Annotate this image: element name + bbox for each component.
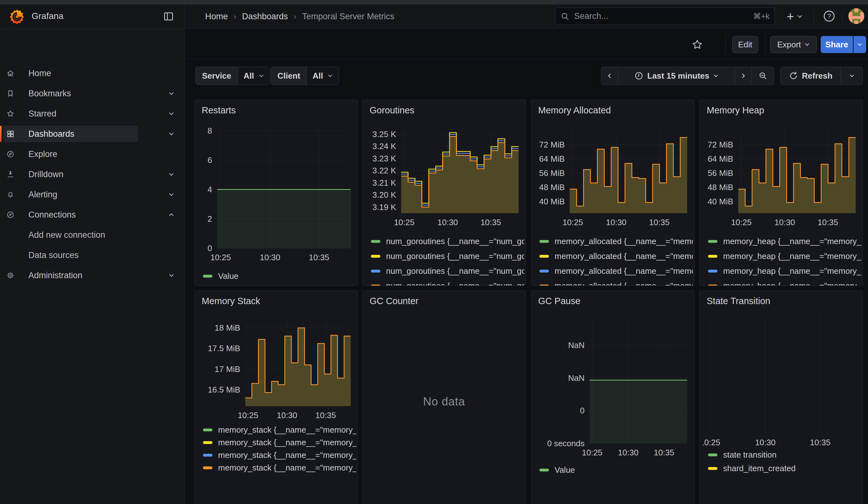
legend-swatch — [203, 454, 213, 457]
sidebar-item-dashboards[interactable]: Dashboards — [3, 126, 138, 142]
sidebar-item-drilldown[interactable]: Drilldown — [3, 166, 138, 183]
panel-memory-allocated[interactable]: Memory Allocated 40 MiB48 MiB56 MiB64 Mi… — [531, 100, 694, 286]
chevron-left-icon — [606, 73, 613, 79]
share-options-button[interactable] — [854, 36, 866, 53]
legend-item[interactable]: num_goroutines {__name__="num_go — [371, 249, 524, 264]
panel-title[interactable]: State Transition — [707, 296, 771, 306]
goroutines-chart[interactable]: 3.19 K3.20 K3.21 K3.22 K3.23 K3.24 K3.25… — [366, 121, 523, 228]
gc-pause-legend: Value — [539, 463, 693, 477]
svg-text:10:35: 10:35 — [649, 218, 670, 227]
grafana-logo-icon[interactable] — [9, 9, 25, 25]
panel-gc-counter[interactable]: GC Counter No data — [362, 290, 526, 504]
sidebar-item-connections[interactable]: Connections — [3, 207, 138, 223]
user-avatar[interactable] — [848, 8, 864, 24]
legend-label: memory_heap {__name__="memory_h — [723, 266, 861, 276]
legend-swatch — [708, 270, 717, 272]
legend-item[interactable]: memory_heap {__name__="memory_h — [708, 249, 861, 264]
svg-text:64 MiB: 64 MiB — [707, 154, 733, 164]
sidebar-navigation: Home Bookmarks Starred Dashboards — [0, 28, 185, 504]
legend-item[interactable]: num_goroutines {__name__="num_go — [371, 264, 524, 278]
breadcrumb-home[interactable]: Home — [205, 12, 228, 21]
time-range-picker[interactable]: Last 15 minutes — [618, 66, 735, 85]
sidebar-item-bookmarks[interactable]: Bookmarks — [3, 85, 138, 102]
panel-memory-stack[interactable]: Memory Stack 16.5 MiB17 MiB17.5 MiB18 Mi… — [194, 290, 358, 504]
legend-swatch — [203, 429, 213, 431]
share-button[interactable]: Share — [821, 36, 853, 53]
sidebar-item-data-sources[interactable]: Data sources — [3, 247, 138, 263]
state-transition-chart[interactable]: 10:2510:3010:35 — [703, 312, 859, 460]
memory-heap-chart[interactable]: 40 MiB48 MiB56 MiB64 MiB72 MiB10:2510:30… — [703, 121, 859, 228]
legend-item[interactable]: memory_allocated {__name__="memc — [539, 278, 693, 286]
legend-item[interactable]: Value — [539, 463, 693, 477]
edit-button[interactable]: Edit — [732, 36, 758, 53]
chevron-down-icon[interactable] — [168, 272, 175, 278]
chevron-down-icon[interactable] — [168, 111, 175, 117]
legend-item[interactable]: memory_heap {__name__="memory_h — [708, 264, 861, 278]
legend-label: memory_allocated {__name__="memc — [555, 281, 693, 286]
panel-memory-heap[interactable]: Memory Heap 40 MiB48 MiB56 MiB64 MiB72 M… — [700, 100, 863, 286]
legend-label: Value — [555, 465, 575, 475]
panel-goroutines[interactable]: Goroutines 3.19 K3.20 K3.21 K3.22 K3.23 … — [362, 100, 526, 286]
chevron-down-icon[interactable] — [168, 171, 175, 177]
legend-item[interactable]: memory_allocated {__name__="memc — [539, 249, 693, 264]
legend-item[interactable]: state transition — [708, 448, 861, 462]
time-range-forward-button[interactable] — [735, 66, 752, 85]
panel-title[interactable]: Memory Stack — [202, 296, 260, 306]
legend-item[interactable]: memory_stack {__name__="memory_s — [203, 449, 356, 461]
legend-item[interactable]: memory_allocated {__name__="memc — [539, 234, 693, 249]
sidebar-item-starred[interactable]: Starred — [3, 105, 138, 122]
breadcrumb-current: Temporal Server Metrics — [302, 12, 394, 21]
svg-text:10:30: 10:30 — [260, 253, 280, 262]
svg-text:3.22 K: 3.22 K — [372, 166, 396, 175]
legend-item[interactable]: Value — [203, 269, 356, 283]
search-input[interactable]: Search... ⌘+k — [555, 8, 775, 25]
sidebar-item-label: Dashboards — [28, 129, 74, 139]
time-range-zoom-out-button[interactable] — [752, 66, 774, 85]
sidebar-item-alerting[interactable]: Alerting — [3, 186, 138, 203]
chevron-up-icon[interactable] — [168, 212, 175, 218]
panel-title[interactable]: Restarts — [202, 105, 236, 116]
memory-allocated-chart[interactable]: 40 MiB48 MiB56 MiB64 MiB72 MiB10:2510:30… — [534, 121, 691, 228]
time-range-back-button[interactable] — [601, 66, 618, 85]
legend-item[interactable]: num_goroutines {__name__="num_go — [371, 234, 524, 249]
refresh-interval-button[interactable] — [840, 66, 863, 85]
memory-stack-chart[interactable]: 16.5 MiB17 MiB17.5 MiB18 MiB10:2510:3010… — [198, 312, 354, 421]
panel-title[interactable]: Memory Heap — [707, 105, 764, 116]
panel-title[interactable]: Goroutines — [370, 105, 414, 116]
sidebar-item-administration[interactable]: Administration — [3, 267, 138, 284]
legend-label: num_goroutines {__name__="num_go — [386, 281, 524, 286]
legend-item[interactable]: memory_heap {__name__="memory_h — [708, 278, 861, 286]
legend-item[interactable]: memory_stack {__name__="memory_s — [203, 423, 356, 436]
restarts-chart[interactable]: 0246810:2510:3010:35 — [198, 121, 354, 263]
sidebar-item-add-new-connection[interactable]: Add new connection — [3, 227, 138, 243]
panel-state-transition[interactable]: State Transition 10:2510:3010:35 state t… — [700, 290, 863, 504]
refresh-button[interactable]: Refresh — [780, 66, 841, 85]
legend-item[interactable]: memory_stack {__name__="memory_s — [203, 436, 356, 449]
sidebar-item-explore[interactable]: Explore — [3, 146, 138, 162]
panel-restarts[interactable]: Restarts 0246810:2510:3010:35 Value — [194, 100, 358, 286]
legend-item[interactable]: memory_stack {__name__="memory_s — [203, 461, 356, 474]
chevron-down-icon[interactable] — [168, 131, 175, 137]
panel-title[interactable]: GC Pause — [538, 296, 580, 306]
panel-gc-pause[interactable]: GC Pause 0 seconds0NaNNaN10:2510:3010:35… — [531, 290, 694, 504]
sidebar-item-home[interactable]: Home — [3, 65, 138, 81]
favorite-star-icon[interactable] — [691, 39, 703, 51]
gc-pause-chart[interactable]: 0 seconds0NaNNaN10:2510:3010:35 — [534, 312, 691, 470]
legend-item[interactable]: memory_heap {__name__="memory_h — [708, 234, 861, 249]
chevron-down-icon[interactable] — [168, 90, 175, 96]
export-button[interactable]: Export — [770, 36, 817, 53]
panel-title[interactable]: GC Counter — [370, 296, 418, 306]
chevron-down-icon[interactable] — [168, 192, 175, 198]
new-item-button[interactable]: + — [782, 8, 808, 25]
legend-swatch — [203, 275, 213, 278]
panel-title[interactable]: Memory Allocated — [538, 105, 611, 116]
help-icon[interactable]: ? — [823, 10, 836, 23]
legend-label: memory_stack {__name__="memory_s — [218, 438, 356, 448]
legend-item[interactable]: memory_allocated {__name__="memc — [539, 264, 693, 278]
legend-item[interactable]: shard_item_created — [708, 462, 861, 475]
breadcrumb-dashboards[interactable]: Dashboards — [242, 12, 288, 21]
legend-item[interactable]: num_goroutines {__name__="num_go — [371, 278, 524, 286]
service-variable-value[interactable]: All — [238, 67, 270, 85]
client-variable-value[interactable]: All — [307, 67, 339, 85]
sidebar-toggle-icon[interactable] — [163, 11, 174, 22]
